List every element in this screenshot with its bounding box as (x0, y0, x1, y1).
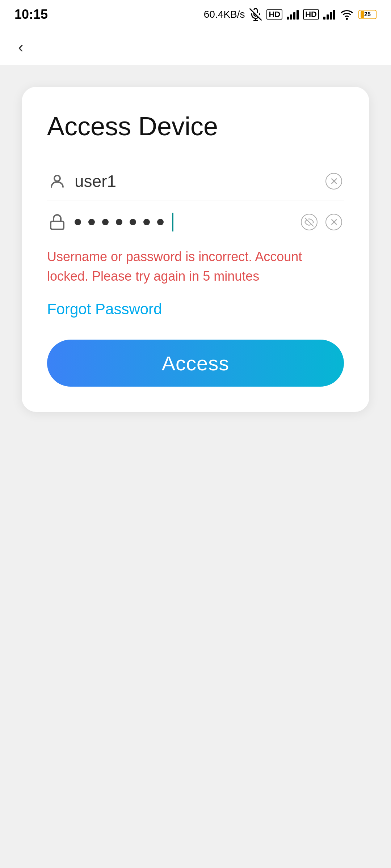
svg-point-4 (54, 175, 60, 181)
password-clear-button[interactable]: ✕ (324, 212, 344, 232)
clear-circle: ✕ (325, 214, 342, 230)
password-row: ✕ (47, 203, 344, 241)
bottom-space (0, 412, 391, 737)
battery-icon: 25 (358, 10, 377, 19)
back-button[interactable]: ‹ (14, 34, 27, 60)
error-message: Username or password is incorrect. Accou… (47, 247, 344, 286)
svg-rect-5 (51, 221, 64, 229)
username-clear-button[interactable]: ✕ (324, 171, 344, 191)
password-dot (75, 219, 81, 225)
user-icon (47, 171, 67, 191)
status-right: 60.4KB/s HD HD (204, 8, 377, 21)
eye-off-icon (301, 214, 318, 230)
forgot-password-link[interactable]: Forgot Password (47, 301, 162, 318)
clear-circle: ✕ (325, 173, 342, 190)
hd-badge-2: HD (303, 9, 319, 20)
password-dot (143, 219, 150, 225)
password-dot (116, 219, 122, 225)
status-bar: 10:15 60.4KB/s HD HD (0, 0, 391, 29)
password-dot (88, 219, 95, 225)
battery-level: 25 (364, 11, 371, 18)
username-row: ✕ (47, 162, 344, 200)
username-input[interactable] (75, 171, 324, 191)
lock-icon (47, 212, 67, 232)
battery-fill (361, 11, 364, 18)
password-dots (75, 213, 299, 231)
login-card: Access Device ✕ (22, 87, 369, 412)
password-dot (130, 219, 136, 225)
wifi-icon (340, 8, 354, 21)
nav-bar: ‹ (0, 29, 391, 65)
signal-bars-2 (323, 9, 335, 20)
password-actions: ✕ (299, 212, 344, 232)
status-time: 10:15 (14, 7, 48, 22)
svg-point-3 (346, 18, 348, 20)
password-dot (102, 219, 109, 225)
password-cursor (172, 213, 173, 231)
signal-bars-1 (287, 9, 299, 20)
network-speed: 60.4KB/s (204, 9, 245, 20)
hd-badge-1: HD (266, 9, 282, 20)
card-title: Access Device (47, 112, 344, 141)
password-dot (157, 219, 164, 225)
mute-icon (249, 8, 262, 21)
access-button[interactable]: Access (47, 340, 344, 387)
main-content: Access Device ✕ (0, 65, 391, 412)
toggle-password-button[interactable] (299, 212, 319, 232)
